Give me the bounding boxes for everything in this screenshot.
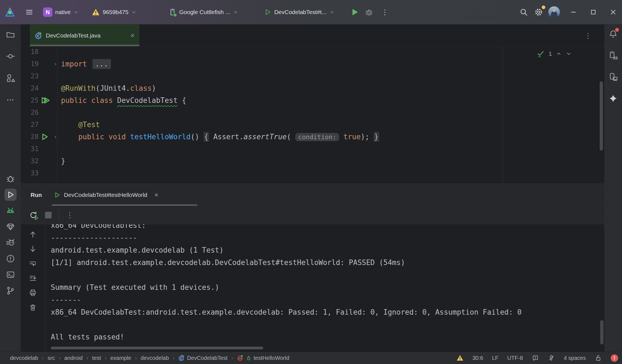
code-text — [61, 143, 604, 155]
caret-position-widget[interactable]: 30:6 — [472, 355, 483, 361]
soft-wrap-button[interactable] — [28, 258, 38, 269]
console-line — [51, 269, 604, 281]
indent-widget[interactable]: 4 spaces — [564, 355, 586, 361]
error-notification-badge[interactable]: ! — [611, 354, 618, 362]
gutter[interactable]: › — [39, 58, 61, 70]
rerun-button[interactable] — [29, 211, 38, 220]
resource-manager-tool-button[interactable] — [4, 72, 17, 84]
running-devices-icon — [608, 72, 618, 82]
hamburger-menu-button[interactable] — [23, 6, 35, 18]
editor-tab-devcodelabtest[interactable]: C DevCodelabTest.java × — [30, 25, 139, 47]
running-devices-button[interactable] — [607, 71, 619, 83]
gutter[interactable] — [39, 143, 61, 155]
run-test-gutter-icon[interactable] — [41, 133, 49, 140]
breadcrumb-method[interactable]: m testHelloWorld — [237, 355, 289, 361]
gutter[interactable] — [39, 70, 61, 82]
code-token — [61, 121, 78, 129]
debug-button[interactable] — [363, 6, 375, 18]
prev-problem-icon[interactable] — [556, 51, 562, 57]
commit-tool-button[interactable] — [4, 50, 17, 62]
project-badge: N — [43, 7, 52, 17]
more-actions-button[interactable]: ⋮ — [379, 6, 391, 18]
run-tab[interactable]: DevCodelabTest#testHelloWorld × — [54, 191, 158, 199]
todo-icon[interactable] — [532, 354, 539, 362]
clear-console-button[interactable] — [28, 302, 38, 313]
run-tab-close-icon[interactable]: × — [155, 191, 158, 199]
logcat-tool-button[interactable] — [4, 205, 17, 217]
arrow-down-icon — [29, 245, 37, 253]
highlighting-level-icon[interactable] — [548, 354, 555, 362]
profiler-tool-button[interactable] — [4, 237, 17, 249]
tab-options-kebab-icon[interactable]: ⋮ — [584, 32, 592, 39]
gutter[interactable] — [39, 155, 61, 167]
android-icon — [6, 206, 15, 215]
gutter[interactable] — [39, 167, 61, 179]
project-tool-button[interactable] — [4, 28, 17, 41]
inspections-widget[interactable]: 1 — [536, 50, 572, 58]
terminal-tool-button[interactable] — [4, 269, 17, 281]
breadcrumb-item[interactable]: src — [47, 355, 55, 361]
play-icon — [6, 190, 15, 199]
project-widget[interactable]: N native — [40, 6, 82, 18]
run-options-kebab-icon[interactable]: ⋮ — [66, 212, 73, 219]
code-editor[interactable]: 1819›import ...2324@RunWith(JUnit4.class… — [21, 47, 604, 184]
more-tool-windows-button[interactable]: ⋯ — [4, 94, 17, 106]
code-line: 24@RunWith(JUnit4.class) — [21, 82, 604, 94]
problems-tool-button[interactable] — [4, 253, 17, 265]
run-configuration-selector[interactable]: DevCodelabTest#t... — [261, 7, 337, 18]
run-tool-window: Run DevCodelabTest#testHelloWorld × — [21, 184, 604, 352]
console-vertical-scrollbar[interactable] — [600, 320, 604, 344]
notifications-button[interactable] — [607, 28, 619, 40]
breadcrumb-item[interactable]: example — [110, 355, 131, 361]
gutter[interactable] — [39, 106, 61, 119]
fold-chevron-icon[interactable]: › — [54, 58, 57, 70]
code-token — [61, 133, 78, 141]
run-tool-button[interactable] — [4, 189, 17, 201]
window-minimize-button[interactable] — [567, 6, 580, 18]
device-selector[interactable]: Google Cuttlefish ... — [166, 7, 241, 18]
debug-tool-button[interactable] — [4, 173, 17, 185]
breadcrumb-class[interactable]: C DevCodelabTest — [178, 355, 228, 361]
parameter-hint[interactable]: condition: — [295, 133, 339, 141]
hard-wrap-guide — [503, 47, 503, 184]
gutter[interactable] — [39, 82, 61, 94]
search-everywhere-button[interactable] — [518, 6, 530, 18]
window-maximize-button[interactable] — [587, 6, 599, 18]
warning-icon[interactable] — [456, 354, 464, 362]
console-horizontal-scrollbar[interactable] — [51, 347, 263, 349]
run-button[interactable] — [349, 6, 361, 18]
run-test-gutter-icon[interactable] — [43, 97, 50, 104]
device-manager-button[interactable] — [607, 49, 619, 61]
gutter[interactable] — [39, 119, 61, 131]
encoding-widget[interactable]: UTF-8 — [507, 355, 523, 361]
gutter[interactable] — [39, 94, 61, 106]
print-button[interactable] — [28, 288, 38, 298]
fold-chevron-icon[interactable]: › — [54, 131, 57, 143]
prev-occurrence-button[interactable] — [28, 229, 38, 240]
app-quality-insights-tool-button[interactable] — [4, 221, 17, 233]
next-problem-icon[interactable] — [566, 51, 572, 57]
tab-close-icon[interactable]: × — [131, 32, 134, 39]
editor-scrollbar[interactable] — [600, 81, 603, 151]
gutter[interactable] — [39, 47, 61, 58]
version-control-tool-button[interactable] — [4, 285, 17, 297]
user-avatar[interactable] — [548, 6, 560, 18]
folded-code[interactable]: ... — [92, 59, 111, 69]
scroll-to-end-button[interactable] — [28, 273, 38, 283]
breadcrumb-item[interactable]: android — [64, 355, 83, 361]
gemini-button[interactable] — [607, 92, 619, 105]
stop-button[interactable] — [45, 212, 52, 218]
next-occurrence-button[interactable] — [28, 244, 38, 254]
line-ending-widget[interactable]: LF — [492, 355, 498, 361]
tab-scroll-indicator[interactable] — [30, 45, 139, 46]
settings-button[interactable] — [533, 6, 545, 18]
console-output[interactable]: x86_64 DevCodelabTest:------------------… — [45, 224, 604, 352]
gutter[interactable]: › — [39, 131, 61, 143]
breadcrumb-item[interactable]: devcodelab — [141, 355, 169, 361]
run-tab-scroll-indicator[interactable] — [52, 204, 197, 206]
vcs-branch-widget[interactable]: 9659b475 — [89, 6, 139, 18]
breadcrumb-item[interactable]: test — [92, 355, 101, 361]
window-close-button[interactable] — [607, 6, 619, 18]
breadcrumb-item[interactable]: devcodelab — [10, 355, 38, 361]
unlock-icon[interactable] — [595, 354, 602, 362]
